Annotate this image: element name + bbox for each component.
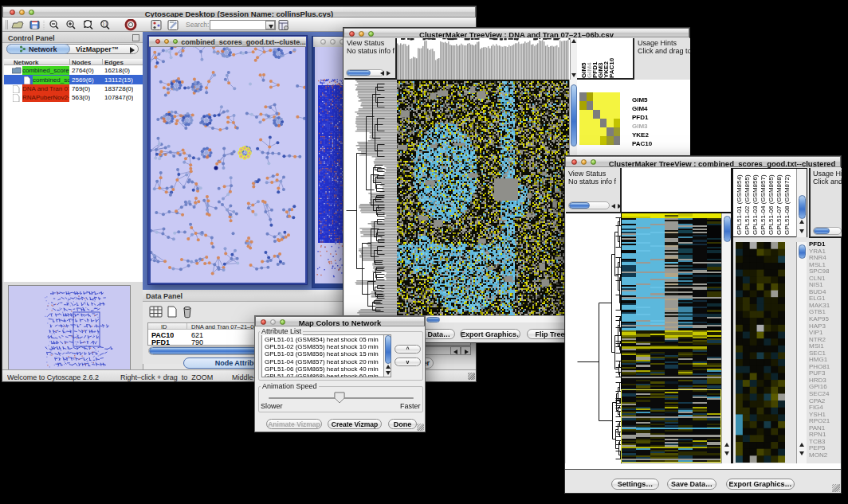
svg-text:1:1: 1:1 (103, 22, 108, 26)
